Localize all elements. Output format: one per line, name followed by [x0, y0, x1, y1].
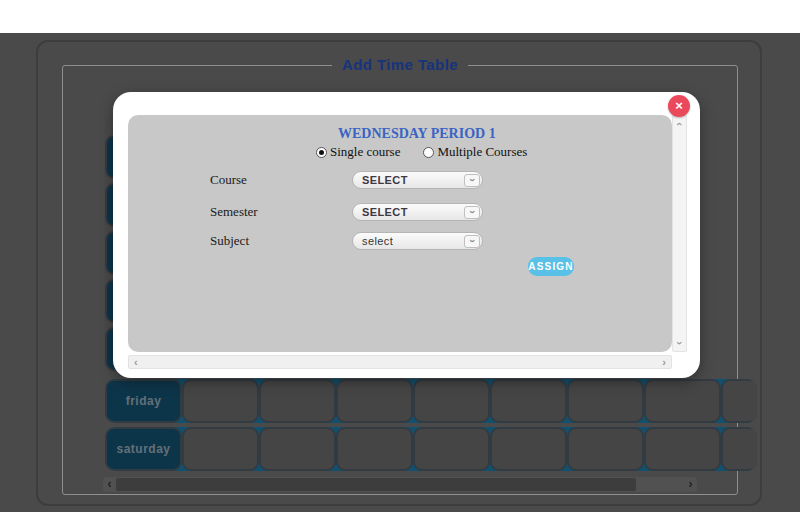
- scroll-down-icon[interactable]: ›: [674, 337, 686, 350]
- timetable-cell[interactable]: [259, 379, 336, 423]
- timetable-cell[interactable]: [721, 379, 757, 423]
- assign-button[interactable]: ASSIGN: [528, 257, 574, 276]
- timetable-cell[interactable]: [182, 427, 259, 471]
- day-cell-friday[interactable]: friday: [105, 379, 182, 423]
- timetable-cell[interactable]: [490, 379, 567, 423]
- timetable-cell[interactable]: [336, 379, 413, 423]
- semester-select-value: SELECT: [353, 206, 464, 218]
- multiple-courses-label[interactable]: Multiple Courses: [437, 144, 527, 160]
- page-title: Add Time Table: [332, 56, 468, 73]
- timetable-cell[interactable]: [182, 379, 259, 423]
- course-label: Course: [210, 172, 247, 188]
- close-icon[interactable]: ×: [668, 95, 690, 117]
- modal-heading: WEDNESDAY PERIOD 1: [338, 126, 496, 142]
- timetable-cell[interactable]: [490, 427, 567, 471]
- single-course-radio[interactable]: [316, 147, 327, 158]
- scroll-up-icon[interactable]: ‹: [674, 118, 686, 131]
- saturday-period-cells: [182, 427, 757, 471]
- timetable-cell[interactable]: [259, 427, 336, 471]
- single-course-label[interactable]: Single course: [330, 144, 400, 160]
- subject-select-value: select: [353, 235, 464, 247]
- timetable-page: Add Time Table friday saturday ‹ › ‹ › ‹…: [0, 0, 800, 528]
- scroll-left-icon[interactable]: ‹: [134, 356, 138, 368]
- timetable-cell[interactable]: [644, 427, 721, 471]
- modal-vertical-scrollbar[interactable]: ‹ ›: [672, 115, 687, 352]
- timetable-cell[interactable]: [413, 379, 490, 423]
- chevron-down-icon[interactable]: ›: [464, 235, 480, 248]
- course-select[interactable]: SELECT ›: [352, 171, 483, 189]
- subject-label: Subject: [210, 233, 249, 249]
- multiple-courses-radio[interactable]: [423, 147, 434, 158]
- timetable-cell[interactable]: [721, 427, 757, 471]
- modal-horizontal-scrollbar[interactable]: ‹ ›: [128, 355, 672, 369]
- chevron-down-icon[interactable]: ›: [464, 206, 480, 219]
- friday-period-cells: [182, 379, 757, 423]
- timetable-cell[interactable]: [413, 427, 490, 471]
- timetable-cell[interactable]: [567, 379, 644, 423]
- subject-select[interactable]: select ›: [352, 232, 483, 250]
- semester-label: Semester: [210, 204, 258, 220]
- chevron-down-icon[interactable]: ›: [464, 174, 480, 187]
- timetable-cell[interactable]: [567, 427, 644, 471]
- scroll-right-icon[interactable]: ›: [662, 356, 666, 368]
- table-horizontal-scrollbar[interactable]: ‹ ›: [103, 477, 697, 492]
- timetable-cell[interactable]: [644, 379, 721, 423]
- timetable-row-friday: friday: [105, 379, 757, 423]
- timetable-cell[interactable]: [336, 427, 413, 471]
- scroll-left-icon[interactable]: ‹: [103, 477, 116, 492]
- course-select-value: SELECT: [353, 174, 464, 186]
- semester-select[interactable]: SELECT ›: [352, 203, 483, 221]
- course-mode-radio-group: Single course Multiple Courses: [316, 145, 527, 159]
- scroll-right-icon[interactable]: ›: [684, 477, 697, 492]
- day-cell-saturday[interactable]: saturday: [105, 427, 182, 471]
- table-scrollbar-thumb[interactable]: [116, 478, 636, 491]
- timetable-row-saturday: saturday: [105, 427, 757, 471]
